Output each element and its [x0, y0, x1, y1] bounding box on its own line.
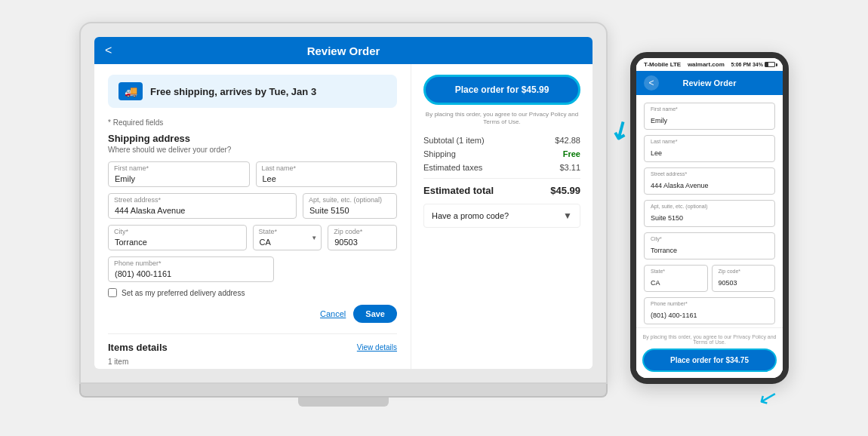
- phone-street-label: Street address*: [651, 171, 768, 177]
- wifi-text: walmart.com: [688, 61, 725, 68]
- phone-phone-field[interactable]: Phone number*: [644, 297, 775, 324]
- preferred-address-label: Set as my preferred delivery address: [122, 289, 245, 297]
- save-button[interactable]: Save: [353, 305, 397, 323]
- phone-state-input[interactable]: [651, 279, 701, 287]
- phone-apt-field[interactable]: Apt, suite, etc. (optional): [644, 200, 775, 227]
- item-count: 1 item: [108, 358, 397, 366]
- phone-label: Phone number*: [114, 259, 162, 267]
- phone-last-name-input[interactable]: [651, 149, 768, 157]
- form-actions: Cancel Save: [108, 305, 397, 323]
- laptop-stand: [298, 398, 389, 407]
- phone-last-name-field[interactable]: Last name*: [644, 135, 775, 162]
- zip-field[interactable]: Zip code*: [328, 225, 397, 250]
- phone-teal-arrow: ↙: [756, 382, 780, 412]
- taxes-label: Estimated taxes: [423, 163, 482, 172]
- phone-form: First name* Last name* Street address* A…: [636, 95, 783, 327]
- carrier-text: T-Mobile LTE: [644, 61, 681, 68]
- promo-row[interactable]: Have a promo code? ▼: [423, 204, 580, 228]
- phone-zip-label: Zip code*: [719, 269, 769, 274]
- state-label: State*: [259, 228, 278, 235]
- phone-first-name-label: First name*: [651, 106, 768, 112]
- phone-phone-label: Phone number*: [651, 301, 768, 306]
- total-label: Estimated total: [423, 185, 494, 196]
- laptop-back-button[interactable]: <: [105, 44, 112, 57]
- shipping-banner-text: Free shipping, arrives by Tue, Jan 3: [150, 86, 316, 97]
- phone-last-name-label: Last name*: [651, 139, 768, 144]
- preferred-address-row[interactable]: Set as my preferred delivery address: [108, 288, 397, 297]
- place-order-wrapper: Place order for $45.99: [423, 75, 580, 105]
- phone-first-name-field[interactable]: First name*: [644, 103, 775, 130]
- phone-apt-input[interactable]: [651, 214, 768, 222]
- last-name-field[interactable]: Last name*: [256, 161, 398, 187]
- shipping-banner: 🚚 Free shipping, arrives by Tue, Jan 3: [108, 75, 397, 108]
- preferred-address-checkbox[interactable]: [108, 288, 117, 297]
- phone-back-button[interactable]: <: [644, 75, 659, 91]
- chevron-down-icon: ▼: [563, 210, 572, 221]
- phone-state-label: State*: [651, 269, 701, 274]
- phone-tos-text: By placing this order, you agree to our …: [642, 334, 777, 345]
- phone-phone-input[interactable]: [651, 312, 768, 319]
- laptop-screen-header: < Review Order: [94, 37, 593, 64]
- shipping-section-title: Shipping address: [108, 133, 397, 144]
- phone-header: < Review Order: [636, 71, 783, 95]
- phone-street-field[interactable]: Street address*: [644, 167, 775, 195]
- cancel-button[interactable]: Cancel: [320, 309, 346, 318]
- phone-screen: T-Mobile LTE walmart.com 5:06 PM 34% < R…: [636, 58, 783, 378]
- required-fields-note: * Required fields: [108, 118, 397, 127]
- phone-footer: By placing this order, you agree to our …: [636, 327, 783, 378]
- apt-field[interactable]: Apt, suite, etc. (optional): [303, 193, 397, 219]
- battery-icon: [765, 62, 775, 67]
- phone-device: T-Mobile LTE walmart.com 5:06 PM 34% < R…: [630, 52, 789, 384]
- shipping-section-subtitle: Where should we deliver your order?: [108, 146, 397, 154]
- shipping-row: Shipping Free: [423, 149, 580, 158]
- tos-text: By placing this order, you agree to our …: [423, 111, 580, 127]
- battery-percent: 34%: [753, 62, 763, 67]
- phone-city-input[interactable]: [651, 247, 768, 254]
- phone-zip-field[interactable]: Zip code*: [712, 265, 776, 292]
- phone-street-input[interactable]: [651, 182, 768, 189]
- phone-body: T-Mobile LTE walmart.com 5:06 PM 34% < R…: [630, 52, 789, 384]
- laptop-base: [79, 384, 608, 398]
- shipping-label: Shipping: [423, 149, 456, 158]
- items-section: Items details View details 1 item: [108, 333, 397, 369]
- phone-page-title: Review Order: [683, 78, 737, 88]
- apt-label: Apt, suite, etc. (optional): [309, 196, 382, 204]
- items-title: Items details: [108, 342, 168, 353]
- phone-zip-input[interactable]: [719, 279, 769, 287]
- place-order-button[interactable]: Place order for $45.99: [423, 75, 580, 105]
- laptop-left-panel: 🚚 Free shipping, arrives by Tue, Jan 3 *…: [94, 64, 411, 369]
- taxes-value: $3.11: [559, 163, 580, 172]
- subtotal-value: $42.88: [555, 136, 580, 145]
- phone-field[interactable]: Phone number*: [108, 256, 274, 282]
- laptop-device: < Review Order 🚚 Free shipping, arrives …: [79, 22, 608, 414]
- phone-city-field[interactable]: City*: [644, 232, 775, 259]
- phone-city-label: City*: [651, 236, 768, 241]
- last-name-label: Last name*: [262, 164, 297, 172]
- state-field[interactable]: State* CA: [253, 225, 322, 250]
- subtotal-label: Subtotal (1 item): [423, 136, 485, 145]
- taxes-row: Estimated taxes $3.11: [423, 163, 580, 172]
- laptop-right-panel: Place order for $45.99 By placing this o…: [411, 64, 593, 369]
- phone-place-order-button[interactable]: Place order for $34.75: [642, 348, 777, 372]
- city-label: City*: [114, 228, 128, 235]
- total-row: Estimated total $45.99: [423, 185, 580, 196]
- first-name-label: First name*: [114, 164, 149, 172]
- subtotal-row: Subtotal (1 item) $42.88: [423, 136, 580, 145]
- view-details-link[interactable]: View details: [357, 343, 397, 352]
- laptop-body: < Review Order 🚚 Free shipping, arrives …: [79, 22, 608, 384]
- promo-label: Have a promo code?: [432, 211, 509, 220]
- phone-state-field[interactable]: State*: [644, 265, 708, 292]
- phone-first-name-input[interactable]: [651, 117, 768, 124]
- time-text: 5:06 PM: [731, 62, 751, 67]
- city-field[interactable]: City*: [108, 225, 247, 250]
- street-address-label: Street address*: [114, 196, 161, 204]
- city-input[interactable]: [108, 225, 247, 250]
- zip-label: Zip code*: [334, 228, 362, 235]
- street-address-field[interactable]: Street address*: [108, 193, 297, 219]
- shipping-value: Free: [563, 149, 580, 158]
- first-name-field[interactable]: First name*: [108, 161, 250, 187]
- truck-icon: 🚚: [119, 82, 143, 100]
- laptop-screen: < Review Order 🚚 Free shipping, arrives …: [94, 37, 593, 369]
- total-value: $45.99: [550, 185, 580, 196]
- phone-apt-label: Apt, suite, etc. (optional): [651, 204, 768, 209]
